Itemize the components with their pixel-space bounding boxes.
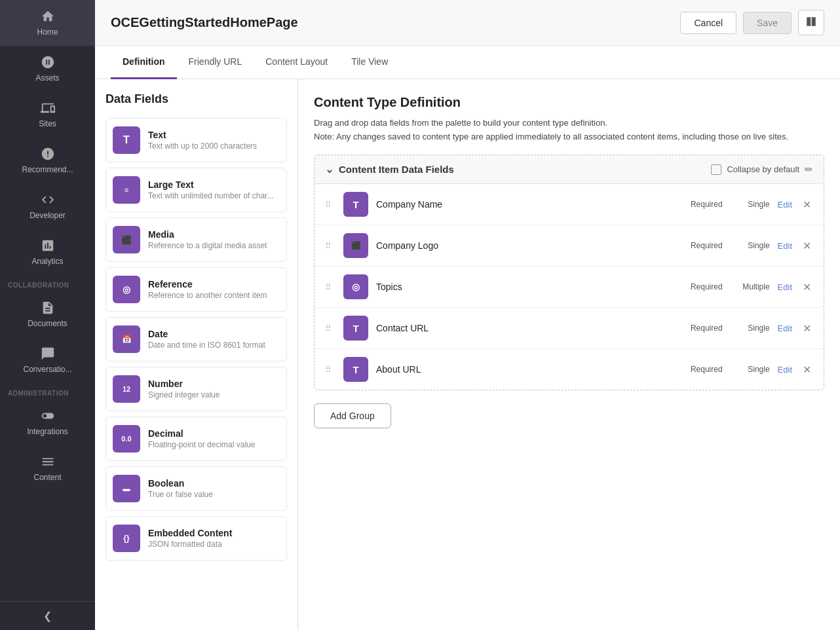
table-row: ⠿ ◎ Topics Required Multiple Edit ✕: [315, 267, 824, 308]
field-name-number: Number: [148, 379, 220, 389]
tab-tile-view[interactable]: Tile View: [339, 46, 400, 79]
header-actions: Cancel Save: [680, 10, 824, 35]
sidebar-item-conversations[interactable]: Conversatio...: [0, 337, 95, 383]
field-item-media[interactable]: ⬛ Media Reference to a digital media ass…: [105, 217, 287, 262]
sidebar-item-content[interactable]: Content: [0, 445, 95, 491]
definition-note: Note: Any changes saved to content type …: [314, 132, 824, 141]
header: OCEGettingStartedHomePage Cancel Save: [95, 0, 840, 46]
sidebar-item-recommendations[interactable]: Recommend...: [0, 138, 95, 183]
field-name-large-text: Large Text: [148, 179, 273, 190]
row-required-company-logo: Required: [683, 241, 723, 250]
field-desc-text: Text with up to 2000 characters: [148, 141, 257, 151]
field-desc-media: Reference to a digital media asset: [148, 241, 267, 250]
cancel-button[interactable]: Cancel: [680, 12, 736, 34]
field-item-boolean[interactable]: ▬ Boolean True or false value: [105, 466, 287, 511]
field-icon-text: T: [113, 126, 140, 154]
row-edit-company-name[interactable]: Edit: [778, 200, 792, 210]
row-delete-company-logo[interactable]: ✕: [800, 240, 813, 252]
field-item-large-text[interactable]: ≡ Large Text Text with unlimited number …: [105, 168, 287, 212]
field-icon-decimal: 0.0: [113, 425, 140, 453]
group-edit-icon[interactable]: ✏: [805, 164, 813, 176]
sidebar-item-label-documents: Documents: [28, 319, 67, 328]
tab-content-layout[interactable]: Content Layout: [254, 46, 339, 79]
chevron-down-icon[interactable]: ⌄: [325, 163, 334, 176]
definition-panel: Content Type Definition Drag and drop da…: [298, 79, 840, 630]
field-icon-number: 12: [113, 375, 140, 403]
field-name-media: Media: [148, 229, 267, 240]
row-edit-topics[interactable]: Edit: [778, 282, 792, 292]
sidebar-item-developer[interactable]: Developer: [0, 183, 95, 229]
field-item-number[interactable]: 12 Number Signed integer value: [105, 367, 287, 411]
field-icon-date: 📅: [113, 325, 140, 353]
field-desc-number: Signed integer value: [148, 390, 220, 399]
row-multiplicity-company-logo: Single: [731, 241, 770, 250]
row-multiplicity-company-name: Single: [731, 200, 770, 209]
sidebar-item-sites[interactable]: Sites: [0, 92, 95, 138]
field-desc-large-text: Text with unlimited number of char...: [148, 191, 273, 200]
field-name-reference: Reference: [148, 279, 267, 289]
sidebar-collapse-toggle[interactable]: ❮: [0, 601, 95, 630]
table-row: ⠿ T Company Name Required Single Edit ✕: [315, 184, 824, 225]
field-name-decimal: Decimal: [148, 428, 255, 439]
row-name-about-url: About URL: [376, 364, 676, 375]
field-desc-reference: Reference to another content item: [148, 291, 267, 300]
row-icon-topics: ◎: [343, 274, 368, 299]
content-item-data-fields-group: ⌄ Content Item Data Fields Collapse by d…: [314, 155, 824, 390]
data-fields-panel: Data Fields T Text Text with up to 2000 …: [95, 79, 298, 630]
row-multiplicity-about-url: Single: [731, 365, 770, 374]
definition-description: Drag and drop data fields from the palet…: [314, 118, 824, 128]
sidebar-item-documents[interactable]: Documents: [0, 291, 95, 337]
field-item-embedded-content[interactable]: {} Embedded Content JSON formatted data: [105, 516, 287, 561]
field-desc-date: Date and time in ISO 8601 format: [148, 341, 265, 350]
sidebar-item-label-home: Home: [37, 28, 58, 37]
row-delete-contact-url[interactable]: ✕: [800, 322, 813, 335]
save-button[interactable]: Save: [743, 12, 792, 34]
field-item-reference[interactable]: ◎ Reference Reference to another content…: [105, 267, 287, 312]
field-item-text[interactable]: T Text Text with up to 2000 characters: [105, 118, 287, 162]
row-required-topics: Required: [683, 282, 723, 291]
row-icon-company-name: T: [343, 192, 368, 217]
row-icon-contact-url: T: [343, 316, 368, 341]
tab-friendly-url[interactable]: Friendly URL: [177, 46, 254, 79]
collapse-default-checkbox[interactable]: [711, 164, 721, 175]
row-edit-about-url[interactable]: Edit: [778, 365, 792, 375]
drag-handle-icon[interactable]: ⠿: [325, 282, 335, 292]
row-icon-about-url: T: [343, 357, 368, 382]
drag-handle-icon[interactable]: ⠿: [325, 324, 335, 333]
sidebar-item-label-assets: Assets: [35, 73, 59, 83]
add-group-button[interactable]: Add Group: [314, 403, 391, 428]
sidebar-item-integrations[interactable]: Integrations: [0, 399, 95, 445]
sidebar-item-label-content: Content: [33, 473, 61, 482]
field-name-embedded-content: Embedded Content: [148, 528, 232, 538]
row-multiplicity-topics: Multiple: [731, 282, 770, 291]
main-content: OCEGettingStartedHomePage Cancel Save De…: [95, 0, 840, 630]
field-item-decimal[interactable]: 0.0 Decimal Floating-point or decimal va…: [105, 417, 287, 461]
collapse-label: Collapse by default: [727, 164, 799, 174]
tabs: Definition Friendly URL Content Layout T…: [95, 46, 840, 79]
field-item-date[interactable]: 📅 Date Date and time in ISO 8601 format: [105, 317, 287, 361]
row-multiplicity-contact-url: Single: [731, 324, 770, 333]
sidebar-item-label-developer: Developer: [29, 211, 66, 220]
collaboration-section-label: COLLABORATION: [0, 275, 95, 291]
row-edit-contact-url[interactable]: Edit: [778, 324, 792, 333]
field-icon-reference: ◎: [113, 276, 140, 303]
field-icon-boolean: ▬: [113, 475, 140, 502]
row-delete-topics[interactable]: ✕: [800, 281, 813, 293]
tab-definition[interactable]: Definition: [111, 46, 177, 79]
drag-handle-icon[interactable]: ⠿: [325, 200, 335, 210]
sidebar-item-assets[interactable]: Assets: [0, 46, 95, 92]
sidebar-item-analytics[interactable]: Analytics: [0, 229, 95, 275]
sidebar-item-home[interactable]: Home: [0, 0, 95, 46]
row-name-company-logo: Company Logo: [376, 240, 676, 251]
row-delete-company-name[interactable]: ✕: [800, 198, 813, 211]
drag-handle-icon[interactable]: ⠿: [325, 365, 335, 375]
row-delete-about-url[interactable]: ✕: [800, 363, 813, 376]
table-row: ⠿ T About URL Required Single Edit ✕: [315, 349, 824, 390]
split-view-button[interactable]: [798, 10, 824, 35]
drag-handle-icon[interactable]: ⠿: [325, 241, 335, 251]
administration-section-label: ADMINISTRATION: [0, 383, 95, 399]
row-required-company-name: Required: [683, 200, 723, 209]
row-name-topics: Topics: [376, 282, 676, 292]
row-edit-company-logo[interactable]: Edit: [778, 241, 792, 251]
row-required-about-url: Required: [683, 365, 723, 374]
